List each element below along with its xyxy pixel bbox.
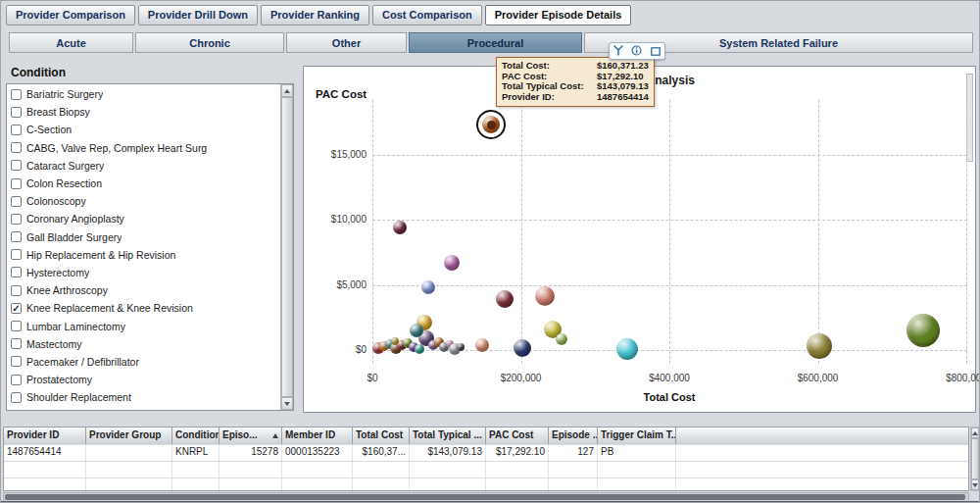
condition-item-colon-resection[interactable]: Colon Resection xyxy=(7,175,279,192)
column-header-trigger-claim-t[interactable]: Trigger Claim T... xyxy=(598,428,676,444)
x-tick-label: $200,000 xyxy=(477,373,565,383)
condition-item-coronary-angioplasty[interactable]: Coronary Angioplasty xyxy=(7,210,279,227)
chart-bubble[interactable] xyxy=(393,221,407,234)
chart-bubble[interactable] xyxy=(496,290,514,308)
condition-item-breast-biopsy[interactable]: Breast Biopsy xyxy=(7,103,279,121)
condition-checkbox[interactable] xyxy=(11,356,22,367)
chart-bubble[interactable] xyxy=(616,338,638,360)
condition-checkbox[interactable] xyxy=(11,107,22,118)
condition-item-gall-bladder-surgery[interactable]: Gall Bladder Surgery xyxy=(7,228,279,246)
arrow-up-icon xyxy=(972,431,978,435)
column-header-provider-group[interactable]: Provider Group xyxy=(86,428,172,444)
scrollbar-thumb[interactable] xyxy=(5,494,965,500)
top-tab-provider-drill-down[interactable]: Provider Drill Down xyxy=(138,5,258,25)
chart-bubble[interactable] xyxy=(391,337,399,345)
pin-icon[interactable] xyxy=(613,42,623,60)
condition-item-prostatectomy[interactable]: Prostatectomy xyxy=(7,371,279,388)
condition-item-lumbar-laminectomy[interactable]: Lumbar Laminectomy xyxy=(7,317,279,334)
top-tab-provider-ranking[interactable]: Provider Ranking xyxy=(261,5,369,25)
condition-item-cabg-valve-rep-complex-heart-surg[interactable]: CABG, Valve Rep, Complex Heart Surg xyxy=(7,139,279,157)
y-gridline xyxy=(372,220,967,221)
condition-item-knee-arthroscopy[interactable]: Knee Arthroscopy xyxy=(7,281,279,299)
column-header-label: Trigger Claim T... xyxy=(601,429,676,440)
column-header-condition[interactable]: Condition xyxy=(172,428,220,444)
column-header-episode[interactable]: Episode ... xyxy=(549,428,598,444)
x-gridline xyxy=(669,100,670,364)
condition-checkbox[interactable] xyxy=(11,196,22,207)
condition-item-shoulder-replacement[interactable]: Shoulder Replacement xyxy=(7,388,279,406)
scroll-up-button[interactable] xyxy=(971,428,979,438)
condition-checkbox[interactable] xyxy=(11,142,22,153)
condition-item-knee-replacement-knee-revision[interactable]: ✓Knee Replacement & Knee Revision xyxy=(7,299,279,317)
condition-checkbox[interactable] xyxy=(11,214,22,225)
condition-checkbox[interactable] xyxy=(11,231,22,242)
condition-checkbox[interactable] xyxy=(11,375,22,385)
condition-checkbox[interactable] xyxy=(11,392,22,403)
condition-item-pacemaker-defibrillator[interactable]: Pacemaker / Defibrillator xyxy=(7,353,279,371)
table-scrollbar[interactable] xyxy=(970,427,980,491)
top-tab-provider-episode-details[interactable]: Provider Episode Details xyxy=(485,5,632,25)
chart-bubble[interactable] xyxy=(475,338,489,352)
scroll-down-button[interactable] xyxy=(971,479,979,490)
condition-checkbox[interactable] xyxy=(11,321,22,331)
condition-item-bariatric-surgery[interactable]: Bariatric Surgery xyxy=(7,85,279,103)
condition-checkbox[interactable] xyxy=(11,285,22,296)
scroll-down-button[interactable] xyxy=(281,397,293,410)
condition-checkbox[interactable] xyxy=(11,125,22,135)
condition-checkbox[interactable] xyxy=(11,267,22,277)
condition-checkbox[interactable]: ✓ xyxy=(11,303,22,314)
app-window: Provider ComparisonProvider Drill DownPr… xyxy=(0,0,980,503)
table-cell: KNRPL xyxy=(172,445,220,461)
column-header-label: Episode ... xyxy=(552,429,598,440)
condition-list-scrollbar[interactable] xyxy=(280,84,293,410)
condition-item-c-section[interactable]: C-Section xyxy=(7,121,279,138)
category-tab-chronic[interactable]: Chronic xyxy=(135,32,284,53)
top-tab-cost-comparison[interactable]: Cost Comparison xyxy=(372,5,482,25)
chart-bubble[interactable] xyxy=(444,255,460,271)
selected-bubble[interactable] xyxy=(476,110,506,139)
y-tick-label: $10,000 xyxy=(310,214,367,225)
condition-item-hip-replacement-hip-revision[interactable]: Hip Replacement & Hip Revision xyxy=(7,246,279,264)
x-tick-label: $800,000 xyxy=(922,373,980,383)
scroll-up-button[interactable] xyxy=(281,84,293,97)
scrollbar-thumb[interactable] xyxy=(971,438,979,479)
table-cell xyxy=(486,478,549,491)
chart-bubble[interactable] xyxy=(535,286,555,306)
condition-item-mastectomy[interactable]: Mastectomy xyxy=(7,335,279,353)
column-header-provider-id[interactable]: Provider ID xyxy=(4,428,86,444)
top-tab-provider-comparison[interactable]: Provider Comparison xyxy=(6,5,135,25)
condition-item-hysterectomy[interactable]: Hysterectomy xyxy=(7,264,279,281)
condition-item-cataract-surgery[interactable]: Cataract Surgery xyxy=(7,157,279,175)
column-header-total-cost[interactable]: Total Cost xyxy=(353,428,410,444)
info-icon[interactable] xyxy=(631,42,642,60)
condition-checkbox[interactable] xyxy=(11,160,22,171)
chart-bubble[interactable] xyxy=(421,280,435,294)
condition-checkbox[interactable] xyxy=(11,178,22,189)
category-tab-other[interactable]: Other xyxy=(286,32,407,53)
chart-bubble[interactable] xyxy=(556,333,567,345)
column-header-total-typical[interactable]: Total Typical ... xyxy=(410,428,486,444)
chart-bubble[interactable] xyxy=(514,339,531,357)
chart-bubble[interactable] xyxy=(906,314,940,347)
chart-bubble[interactable] xyxy=(457,343,465,351)
table-row[interactable] xyxy=(4,461,968,478)
chart-bubble[interactable] xyxy=(415,344,424,354)
category-tab-procedural[interactable]: Procedural xyxy=(409,32,582,53)
condition-item-colonoscopy[interactable]: Colonoscopy xyxy=(7,192,279,210)
condition-checkbox[interactable] xyxy=(11,338,22,349)
column-header-filler xyxy=(676,428,968,444)
category-tab-acute[interactable]: Acute xyxy=(9,32,133,53)
scrollbar-thumb[interactable] xyxy=(281,97,293,397)
condition-checkbox[interactable] xyxy=(11,89,22,100)
chart-x-axis-label: Total Cost xyxy=(372,391,966,403)
condition-checkbox[interactable] xyxy=(11,249,22,260)
column-header-label: Episo... xyxy=(222,429,258,440)
table-row[interactable]: 1487654414KNRPL152780000135223$160,37...… xyxy=(4,444,968,461)
column-header-pac-cost[interactable]: PAC Cost xyxy=(486,428,549,444)
column-header-member-id[interactable]: Member ID xyxy=(282,428,353,444)
table-row[interactable] xyxy=(4,478,968,491)
chart-scrollbar[interactable] xyxy=(966,74,973,162)
maximize-icon[interactable] xyxy=(651,42,661,60)
column-header-episo[interactable]: Episo... xyxy=(220,428,282,444)
chart-bubble[interactable] xyxy=(807,333,832,359)
